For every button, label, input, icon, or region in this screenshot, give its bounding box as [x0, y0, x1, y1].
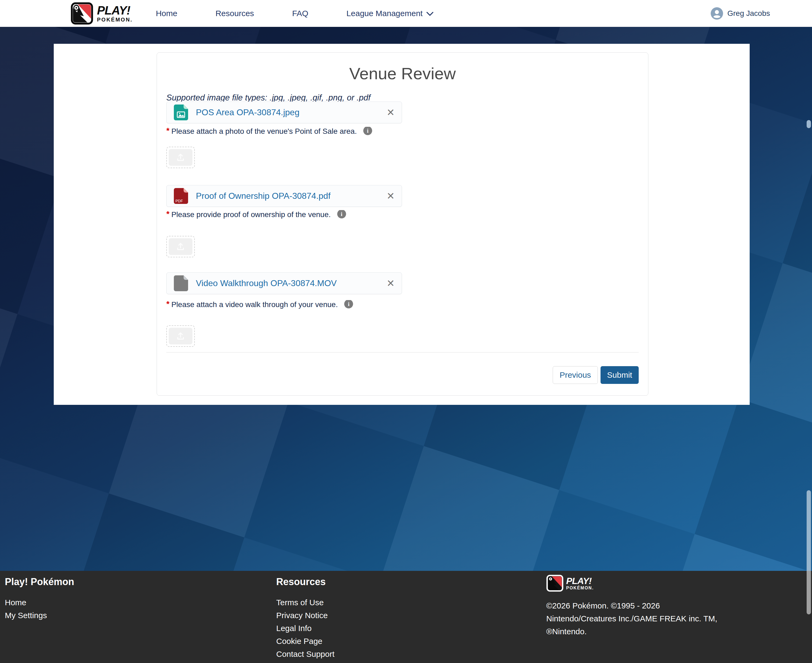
footer-heading: Play! Pokémon	[5, 576, 74, 587]
user-name: Greg Jacobs	[727, 9, 770, 18]
upload-dropzone-video[interactable]	[166, 325, 195, 347]
page: PLAY! POKÉMON. Home Resources FAQ League…	[0, 0, 812, 663]
upload-dropzone-proof[interactable]	[166, 236, 195, 257]
submit-button[interactable]: Submit	[600, 366, 639, 384]
previous-button[interactable]: Previous	[553, 366, 598, 384]
upload-icon	[176, 331, 185, 341]
footer-logo-pokemon-text: POKÉMON.	[566, 586, 594, 590]
attachment-label: Please attach a video walk through of yo…	[171, 300, 338, 309]
user-menu[interactable]: Greg Jacobs	[711, 0, 770, 27]
required-asterisk: *	[166, 300, 170, 309]
footer-link-cookie-page[interactable]: Cookie Page	[276, 635, 335, 648]
footer-link-contact-support[interactable]: Contact Support	[276, 648, 335, 661]
required-asterisk: *	[166, 210, 170, 218]
attachment-label: Please attach a photo of the venue's Poi…	[171, 127, 357, 136]
copyright-line: Nintendo/Creatures Inc./GAME FREAK inc. …	[546, 612, 740, 625]
footer-link-legal-info[interactable]: Legal Info	[276, 622, 335, 635]
footer-link-my-settings[interactable]: My Settings	[5, 609, 74, 622]
attachment-video-walkthrough: Video Walkthrough OPA-30874.MOV ✕	[166, 272, 402, 294]
attachment-label: Please provide proof of ownership of the…	[171, 210, 331, 219]
form-divider	[166, 352, 639, 353]
nav-home-label: Home	[156, 9, 177, 18]
nav-faq-label: FAQ	[292, 9, 308, 18]
nav-resources[interactable]: Resources	[215, 9, 254, 18]
attachment-proof-of-ownership: PDF Proof of Ownership OPA-30874.pdf ✕	[166, 185, 402, 207]
file-link[interactable]: POS Area OPA-30874.jpeg	[196, 107, 299, 117]
main-nav: Home Resources FAQ League Management	[156, 9, 433, 18]
attachment-video-label-row: * Please attach a video walk through of …	[166, 300, 353, 309]
logo-pokemon-text: POKÉMON.	[97, 17, 133, 22]
generic-file-icon	[173, 275, 188, 291]
upload-icon	[176, 153, 185, 162]
nav-resources-label: Resources	[215, 9, 254, 18]
upload-icon	[176, 242, 185, 251]
footer-link-home[interactable]: Home	[5, 596, 74, 609]
pokemon-badge-icon	[71, 2, 93, 25]
image-file-icon	[173, 104, 188, 121]
info-icon[interactable]: i	[337, 210, 346, 218]
logo-wordmark: PLAY! POKÉMON.	[97, 5, 133, 22]
footer-column-resources: Resources Terms of Use Privacy Notice Le…	[276, 576, 335, 661]
remove-file-button[interactable]: ✕	[387, 191, 395, 201]
footer-column-play-pokemon: Play! Pokémon Home My Settings	[5, 576, 74, 622]
attachment-pos-area-label-row: * Please attach a photo of the venue's P…	[166, 127, 372, 136]
nav-faq[interactable]: FAQ	[292, 9, 308, 18]
file-link[interactable]: Video Walkthrough OPA-30874.MOV	[196, 278, 336, 288]
nav-league-management[interactable]: League Management	[346, 9, 433, 18]
svg-text:PDF: PDF	[175, 199, 183, 203]
footer-logo-wordmark: PLAY! POKÉMON.	[566, 576, 594, 590]
supported-file-types-note: Supported image file types: .jpg, .jpeg,…	[166, 93, 370, 103]
upload-button[interactable]	[169, 328, 192, 344]
copyright-text: ©2026 Pokémon. ©1995 - 2026 Nintendo/Cre…	[546, 599, 740, 638]
play-pokemon-logo[interactable]: PLAY! POKÉMON.	[71, 2, 133, 25]
upload-button[interactable]	[169, 149, 192, 166]
pdf-file-icon: PDF	[173, 188, 188, 204]
remove-file-button[interactable]: ✕	[387, 108, 395, 117]
upload-button[interactable]	[169, 238, 192, 255]
footer-link-privacy-notice[interactable]: Privacy Notice	[276, 609, 335, 622]
copyright-line: ®Nintendo.	[546, 625, 740, 638]
form-actions: Previous Submit	[553, 366, 639, 384]
nav-league-management-label: League Management	[346, 9, 423, 18]
copyright-line: ©2026 Pokémon. ©1995 - 2026	[546, 599, 740, 612]
user-avatar-icon	[711, 7, 723, 19]
upload-dropzone-pos-area[interactable]	[166, 147, 195, 168]
footer-link-terms-of-use[interactable]: Terms of Use	[276, 596, 335, 609]
logo-play-text: PLAY!	[97, 5, 133, 16]
footer-play-pokemon-logo: PLAY! POKÉMON.	[546, 575, 740, 592]
chevron-down-icon	[426, 9, 433, 18]
venue-review-card: Venue Review Supported image file types:…	[157, 52, 649, 396]
footer-heading: Resources	[276, 576, 335, 587]
page-scrollbar-thumb[interactable]	[807, 490, 811, 614]
page-title: Venue Review	[157, 64, 648, 83]
footer-logo-play-text: PLAY!	[566, 576, 594, 585]
attachment-proof-label-row: * Please provide proof of ownership of t…	[166, 210, 346, 219]
file-link[interactable]: Proof of Ownership OPA-30874.pdf	[196, 191, 330, 201]
info-icon[interactable]: i	[363, 127, 372, 135]
required-asterisk: *	[166, 127, 170, 135]
remove-file-button[interactable]: ✕	[387, 278, 395, 288]
nav-home[interactable]: Home	[156, 9, 177, 18]
pokemon-badge-icon	[546, 575, 563, 592]
top-navigation-bar: PLAY! POKÉMON. Home Resources FAQ League…	[0, 0, 812, 27]
inner-scrollbar-thumb[interactable]	[807, 120, 811, 128]
info-icon[interactable]: i	[344, 300, 353, 309]
footer-column-legal: PLAY! POKÉMON. ©2026 Pokémon. ©1995 - 20…	[546, 575, 740, 638]
footer: Play! Pokémon Home My Settings Resources…	[0, 571, 812, 663]
attachment-pos-area: POS Area OPA-30874.jpeg ✕	[166, 102, 402, 123]
